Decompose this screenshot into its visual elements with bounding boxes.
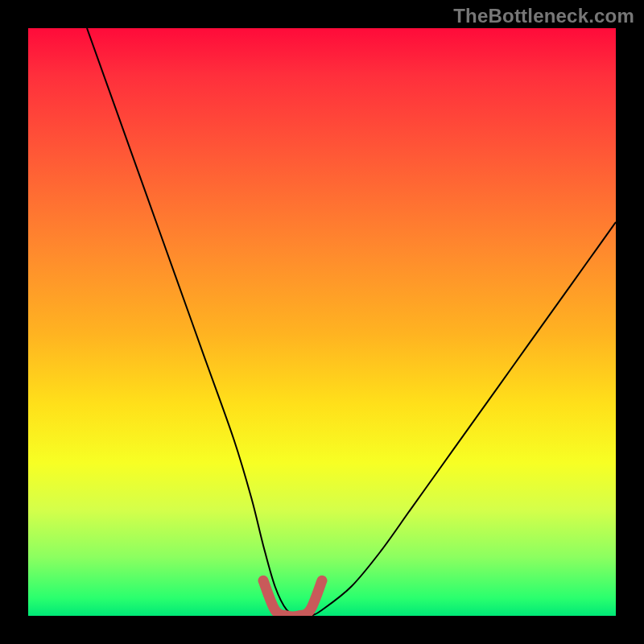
bottleneck-curve-path [87, 28, 616, 616]
chart-frame: TheBottleneck.com [0, 0, 644, 644]
watermark-text: TheBottleneck.com [453, 5, 634, 27]
plot-area [28, 28, 616, 616]
flat-zone-highlight-path [263, 580, 322, 616]
curve-svg [28, 28, 616, 616]
